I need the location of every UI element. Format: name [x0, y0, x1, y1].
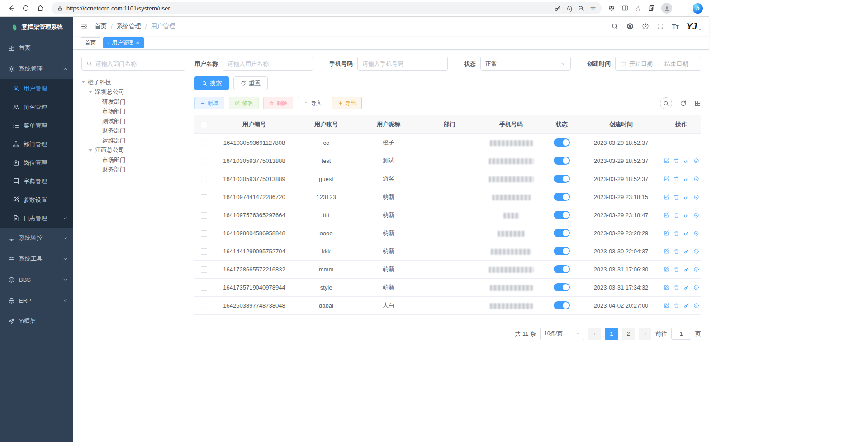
github-icon[interactable]	[626, 22, 634, 30]
edit-icon[interactable]	[664, 303, 669, 309]
copilot-bing-icon[interactable]: b	[693, 3, 703, 14]
breadcrumb-system[interactable]: 系统管理	[117, 22, 141, 30]
read-aloud-icon[interactable]: A)	[566, 5, 572, 12]
date-range-picker[interactable]: 开始日期 - 结束日期	[615, 57, 701, 71]
tree-node[interactable]: 江西总公司	[81, 146, 185, 156]
edit-icon[interactable]	[664, 266, 669, 272]
assign-role-icon[interactable]	[693, 194, 699, 200]
row-checkbox[interactable]	[201, 140, 207, 146]
assign-role-icon[interactable]	[693, 158, 699, 164]
assign-role-icon[interactable]	[693, 303, 699, 309]
status-toggle[interactable]	[554, 301, 570, 309]
delete-button[interactable]: 删除	[263, 97, 293, 109]
user-avatar-menu[interactable]: YJ	[687, 21, 702, 32]
reset-password-icon[interactable]	[683, 212, 689, 218]
assign-role-icon[interactable]	[693, 266, 699, 272]
app-logo[interactable]: 意框架管理系统	[0, 17, 73, 38]
page-button-1[interactable]: 1	[605, 328, 618, 340]
status-toggle[interactable]	[554, 193, 570, 201]
tree-node[interactable]: 研发部门	[81, 97, 185, 107]
status-toggle[interactable]	[554, 211, 570, 219]
sidebar-item-dictionary-management[interactable]: 字典管理	[0, 172, 73, 190]
reset-password-icon[interactable]	[683, 266, 689, 272]
reset-password-icon[interactable]	[683, 303, 689, 309]
browser-essentials-icon[interactable]	[608, 5, 615, 12]
favorites-star-icon[interactable]: ☆	[635, 4, 641, 13]
tree-node[interactable]: 市场部门	[81, 155, 185, 165]
row-checkbox[interactable]	[201, 285, 207, 291]
password-key-icon[interactable]	[554, 5, 561, 12]
caret-down-icon[interactable]	[89, 91, 92, 93]
collections-icon[interactable]	[648, 5, 655, 12]
goto-page-input[interactable]	[671, 328, 691, 340]
font-size-icon[interactable]: TT	[672, 23, 678, 30]
split-screen-icon[interactable]	[621, 5, 629, 12]
edit-icon[interactable]	[664, 194, 669, 200]
sidebar-item-role-management[interactable]: 角色管理	[0, 98, 73, 116]
refresh-table-button[interactable]	[680, 100, 687, 107]
sidebar-item-yi-framework[interactable]: Yi框架	[0, 311, 73, 332]
zoom-out-icon[interactable]	[578, 5, 584, 12]
tree-node[interactable]: 市场部门	[81, 107, 185, 117]
username-input[interactable]	[228, 60, 308, 67]
caret-down-icon[interactable]	[89, 149, 92, 152]
delete-icon[interactable]	[674, 303, 679, 309]
page-button-2[interactable]: 2	[622, 328, 635, 340]
close-tab-icon[interactable]: ×	[136, 40, 139, 46]
delete-icon[interactable]	[674, 194, 679, 200]
tree-node[interactable]: 财务部门	[81, 126, 185, 136]
row-checkbox[interactable]	[201, 266, 207, 273]
sidebar-toggle-button[interactable]	[81, 23, 88, 30]
row-checkbox[interactable]	[201, 212, 207, 219]
page-size-select[interactable]: 10条/页	[540, 328, 584, 340]
breadcrumb-home[interactable]: 首页	[95, 22, 107, 30]
row-checkbox[interactable]	[201, 158, 207, 164]
row-checkbox[interactable]	[201, 176, 207, 182]
tree-node[interactable]: 橙子科技	[81, 77, 185, 87]
phone-input[interactable]	[362, 60, 443, 67]
delete-icon[interactable]	[674, 158, 679, 164]
fullscreen-icon[interactable]	[657, 23, 664, 30]
tab-user-management[interactable]: ● 用户管理 ×	[103, 37, 144, 48]
browser-refresh-button[interactable]	[19, 1, 33, 15]
prev-page-button[interactable]: ‹	[588, 328, 601, 340]
import-button[interactable]: 导入	[298, 97, 327, 109]
sidebar-item-system-tools[interactable]: 系统工具	[0, 248, 73, 269]
address-bar[interactable]: https://ccnetcore.com:1101/system/user A…	[52, 2, 602, 14]
reset-button[interactable]: 重置	[233, 76, 268, 90]
edit-button[interactable]: 修改	[229, 97, 259, 109]
delete-icon[interactable]	[674, 176, 679, 182]
assign-role-icon[interactable]	[693, 230, 699, 236]
sidebar-item-system-management[interactable]: 系统管理	[0, 58, 73, 79]
edit-icon[interactable]	[664, 176, 669, 182]
delete-icon[interactable]	[674, 248, 679, 254]
status-toggle[interactable]	[554, 175, 570, 183]
tree-node[interactable]: 深圳总公司	[81, 87, 185, 97]
browser-back-button[interactable]	[5, 1, 18, 15]
assign-role-icon[interactable]	[693, 212, 699, 218]
export-button[interactable]: 导出	[332, 97, 362, 109]
add-favorite-star-icon[interactable]: ☆	[590, 4, 596, 12]
edit-icon[interactable]	[664, 285, 669, 290]
browser-home-button[interactable]	[33, 1, 47, 15]
assign-role-icon[interactable]	[693, 176, 699, 182]
row-checkbox[interactable]	[201, 248, 207, 255]
help-question-icon[interactable]	[642, 23, 649, 30]
edit-icon[interactable]	[664, 212, 669, 218]
reset-password-icon[interactable]	[683, 230, 689, 236]
row-checkbox[interactable]	[201, 303, 207, 309]
reset-password-icon[interactable]	[683, 194, 689, 200]
tab-home[interactable]: 首页	[81, 37, 100, 48]
reset-password-icon[interactable]	[683, 158, 689, 164]
edit-icon[interactable]	[664, 248, 669, 254]
sidebar-item-system-monitoring[interactable]: 系统监控	[0, 228, 73, 248]
tree-node[interactable]: 运维部门	[81, 136, 185, 146]
status-toggle[interactable]	[554, 283, 570, 291]
delete-icon[interactable]	[674, 285, 679, 290]
sidebar-item-log-management[interactable]: 日志管理	[0, 209, 73, 228]
toggle-search-button[interactable]	[660, 97, 672, 109]
row-checkbox[interactable]	[201, 194, 207, 200]
reset-password-icon[interactable]	[683, 285, 689, 290]
search-icon[interactable]	[611, 23, 618, 30]
assign-role-icon[interactable]	[693, 248, 699, 254]
